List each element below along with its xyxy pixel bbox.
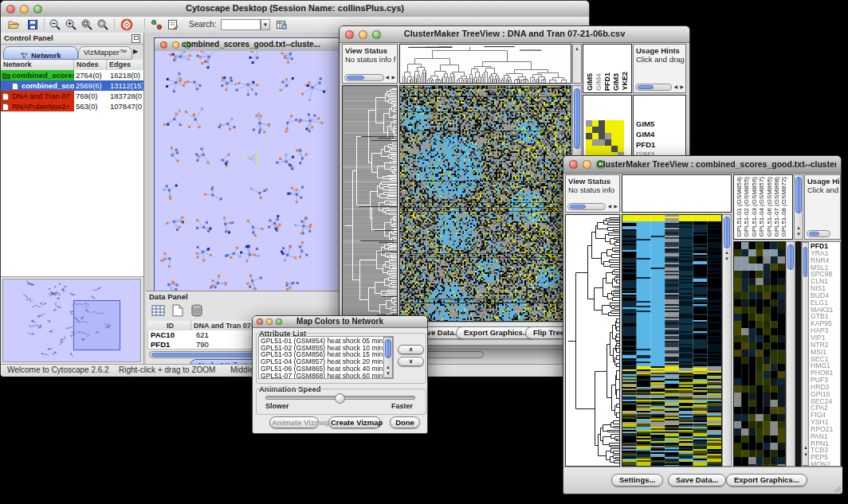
scroll-down-icon[interactable]: ▼ — [796, 232, 801, 237]
hscrollbar-thumb[interactable] — [347, 76, 364, 80]
tab-overflow-icon[interactable]: ▶ — [133, 48, 138, 55]
hscrollbar-thumb[interactable] — [809, 232, 819, 236]
tv2-hints-hscrollbar[interactable] — [807, 230, 830, 237]
annotation-icon[interactable] — [167, 18, 179, 31]
scroll-left-icon[interactable]: ◀ — [607, 204, 611, 209]
help-ring-icon[interactable] — [120, 18, 133, 31]
zoom-matrix[interactable] — [586, 120, 624, 158]
move-up-button[interactable]: ∧ — [398, 345, 424, 354]
done-button[interactable]: Done — [390, 416, 420, 428]
network-overview-canvas[interactable] — [3, 279, 140, 361]
matrix-cell[interactable] — [592, 120, 599, 127]
close-icon[interactable] — [569, 160, 578, 169]
delete-attribute-icon[interactable] — [189, 303, 205, 322]
matrix-cell[interactable] — [618, 146, 624, 152]
matrix-cell[interactable] — [599, 120, 605, 127]
scroll-up-icon[interactable]: ▲ — [386, 365, 391, 370]
tv1-column-dendrogram[interactable] — [399, 44, 571, 84]
tv2-status-hscrollbar[interactable] — [567, 203, 606, 210]
matrix-cell[interactable] — [592, 127, 599, 133]
minimize-icon[interactable] — [172, 41, 179, 49]
save-icon[interactable] — [26, 18, 39, 31]
export-graphics-button[interactable]: Export Graphics... — [726, 474, 807, 486]
attribute-listbox[interactable]: GPL51-01 (GSM854) heat shock 05 minGPL51… — [258, 336, 394, 379]
matrix-cell[interactable] — [599, 146, 605, 152]
tv1-heatmap[interactable] — [399, 85, 571, 322]
matrix-cell[interactable] — [592, 139, 599, 146]
save-data-button[interactable]: Save Data... — [668, 474, 726, 486]
matrix-cell[interactable] — [618, 139, 624, 146]
float-panel-icon[interactable] — [132, 34, 140, 43]
minimize-icon[interactable] — [266, 318, 273, 325]
slider-thumb[interactable] — [335, 393, 345, 404]
matrix-cell[interactable] — [605, 139, 611, 146]
scroll-right-icon[interactable]: ▶ — [680, 84, 684, 90]
tv2-heatmap-vscrollbar[interactable]: ▲ ▼ — [722, 214, 732, 467]
vscrollbar-thumb[interactable] — [385, 339, 391, 358]
vscrollbar-thumb[interactable] — [795, 177, 802, 213]
tv2-detail-heatmap[interactable] — [733, 241, 786, 467]
matrix-cell[interactable] — [611, 139, 618, 146]
scroll-down-icon[interactable]: ▼ — [803, 452, 808, 458]
matrix-cell[interactable] — [605, 120, 611, 127]
network-list-row[interactable]: DNA and Tran 07769(0)183728(0) — [1, 91, 143, 101]
tv1-row-dendrogram[interactable] — [342, 85, 398, 322]
tv1-status-hscrollbar[interactable] — [344, 74, 384, 81]
search-dropdown-button[interactable]: ▼ — [261, 19, 270, 30]
matrix-cell[interactable] — [599, 139, 605, 146]
matrix-cell[interactable] — [586, 127, 592, 133]
gene-label[interactable]: MON2 — [811, 461, 833, 467]
vscrollbar-thumb[interactable] — [724, 217, 730, 248]
settings-button[interactable]: Settings... — [611, 474, 663, 486]
col-nodes[interactable]: Nodes — [74, 60, 107, 70]
speed-slider[interactable] — [265, 396, 415, 400]
close-icon[interactable] — [345, 30, 354, 39]
matrix-cell[interactable] — [611, 146, 618, 152]
search-input[interactable] — [221, 19, 261, 30]
matrix-cell[interactable] — [611, 127, 618, 133]
cytoscape-titlebar[interactable]: Cytoscape Desktop (Session Name: collins… — [1, 1, 589, 18]
row-label[interactable]: PFD1 — [636, 140, 685, 150]
scroll-up-icon[interactable]: ▲ — [796, 225, 801, 231]
resize-grip-icon[interactable] — [832, 483, 842, 493]
zoom-window-icon[interactable] — [276, 318, 282, 325]
matrix-cell[interactable] — [618, 127, 624, 133]
scroll-up-icon[interactable]: ▲ — [724, 250, 729, 256]
vscrollbar-thumb[interactable] — [803, 247, 807, 277]
matrix-cell[interactable] — [599, 133, 605, 139]
attribute-select-icon[interactable] — [151, 303, 167, 322]
matrix-cell[interactable] — [586, 139, 592, 146]
search-config-icon[interactable] — [275, 18, 288, 31]
row-label[interactable]: GIM4 — [636, 130, 685, 140]
scroll-up-icon[interactable]: ▲ — [803, 445, 808, 451]
matrix-cell[interactable] — [611, 120, 618, 127]
network-view-canvas[interactable] — [155, 51, 339, 296]
tv2-detail-vscrollbar[interactable] — [786, 241, 795, 467]
matrix-cell[interactable] — [605, 146, 611, 152]
move-down-button[interactable]: ∨ — [398, 357, 424, 366]
tv1-col-scroll-strip[interactable]: ▲ — [572, 44, 582, 84]
matrix-cell[interactable] — [618, 120, 624, 127]
scroll-down-icon[interactable]: ▼ — [386, 371, 391, 377]
matrix-cell[interactable] — [599, 127, 605, 133]
network-list-row[interactable]: RNAPuberNov2+563(0)107847(0) — [1, 101, 143, 111]
network-overview[interactable] — [2, 279, 141, 362]
hscrollbar-thumb[interactable] — [638, 85, 654, 89]
tv2-column-dendrogram[interactable] — [622, 174, 732, 213]
scroll-left-icon[interactable]: ◀ — [385, 75, 389, 80]
zoom-in-icon[interactable] — [65, 18, 77, 31]
scroll-left-icon[interactable]: ◀ — [673, 84, 677, 90]
zoom-selected-icon[interactable] — [96, 18, 109, 31]
minimize-icon[interactable] — [359, 30, 367, 39]
matrix-cell[interactable] — [605, 133, 611, 139]
treeview2-titlebar[interactable]: ClusterMaker TreeView : combined_scores_… — [563, 156, 841, 174]
matrix-cell[interactable] — [592, 133, 599, 139]
gene-list-vscrollbar[interactable]: ▲ ▼ — [802, 242, 809, 466]
tv2-collabel-vscrollbar[interactable]: ▲ ▼ — [794, 174, 803, 240]
scroll-right-icon[interactable]: ▶ — [614, 204, 618, 209]
matrix-cell[interactable] — [611, 133, 618, 139]
zoom-out-icon[interactable] — [49, 18, 61, 31]
create-vizmap-button[interactable]: Create Vizmap — [328, 416, 381, 428]
close-icon[interactable] — [6, 5, 15, 14]
tv2-row-dendrogram[interactable] — [565, 214, 620, 467]
